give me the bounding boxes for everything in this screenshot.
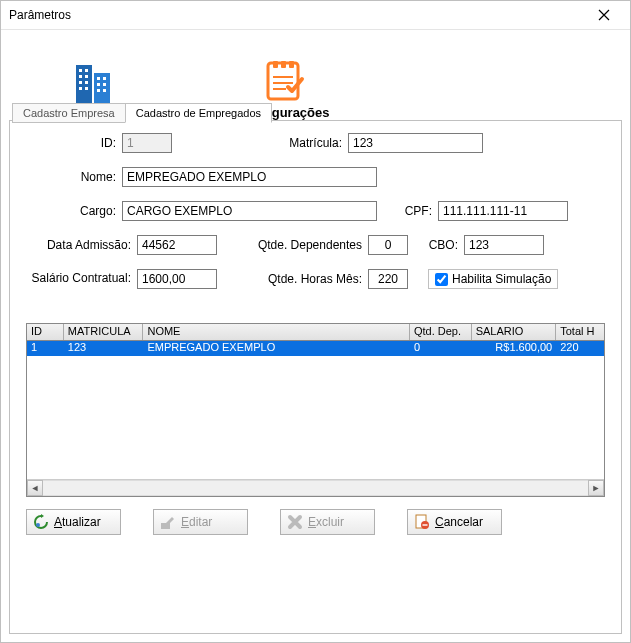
parametros-window: Parâmetros bbox=[0, 0, 631, 643]
label-cpf: CPF: bbox=[377, 204, 438, 218]
svg-rect-2 bbox=[79, 69, 82, 72]
svg-rect-9 bbox=[85, 87, 88, 90]
input-nome[interactable] bbox=[122, 167, 377, 187]
svg-rect-8 bbox=[79, 87, 82, 90]
editar-button[interactable]: Editar bbox=[153, 509, 248, 535]
cancelar-button[interactable]: Cancelar bbox=[407, 509, 502, 535]
svg-rect-15 bbox=[103, 89, 106, 92]
svg-rect-0 bbox=[76, 65, 92, 103]
cell-nome: EMPREGADO EXEMPLO bbox=[143, 341, 410, 356]
scroll-track[interactable] bbox=[43, 480, 588, 496]
input-horasmes[interactable] bbox=[368, 269, 408, 289]
excluir-key: E bbox=[308, 515, 316, 529]
svg-rect-11 bbox=[103, 77, 106, 80]
svg-rect-10 bbox=[97, 77, 100, 80]
svg-rect-4 bbox=[79, 75, 82, 78]
form-area: ID: Matrícula: Nome: Cargo: CPF: Data bbox=[10, 121, 621, 295]
col-nome[interactable]: NOME bbox=[143, 324, 410, 340]
svg-rect-16 bbox=[268, 63, 298, 99]
col-totalh[interactable]: Total H bbox=[556, 324, 604, 340]
input-cbo[interactable] bbox=[464, 235, 544, 255]
editar-text: ditar bbox=[189, 515, 212, 529]
editar-key: E bbox=[181, 515, 189, 529]
input-cargo[interactable] bbox=[122, 201, 377, 221]
delete-icon bbox=[287, 514, 303, 530]
label-salario: Salário Contratual: bbox=[26, 272, 137, 285]
excluir-button[interactable]: Excluir bbox=[280, 509, 375, 535]
grid-hscrollbar[interactable]: ◄ ► bbox=[27, 479, 604, 496]
label-nome: Nome: bbox=[26, 170, 122, 184]
svg-rect-1 bbox=[94, 73, 110, 103]
cell-salario: R$1.600,00 bbox=[472, 341, 557, 356]
svg-rect-19 bbox=[289, 61, 294, 68]
svg-rect-12 bbox=[97, 83, 100, 86]
excluir-text: xcluir bbox=[316, 515, 344, 529]
window-title: Parâmetros bbox=[9, 8, 71, 22]
svg-rect-3 bbox=[85, 69, 88, 72]
grid-body: 1 123 EMPREGADO EXEMPLO 0 R$1.600,00 220 bbox=[27, 341, 604, 479]
col-salario[interactable]: SALARIO bbox=[472, 324, 557, 340]
svg-rect-27 bbox=[423, 524, 428, 525]
checkbox-habilita-label: Habilita Simulação bbox=[452, 272, 551, 286]
svg-rect-7 bbox=[85, 81, 88, 84]
cancel-icon bbox=[414, 514, 430, 530]
col-matricula[interactable]: MATRICULA bbox=[64, 324, 144, 340]
input-cpf[interactable] bbox=[438, 201, 568, 221]
atualizar-key: A bbox=[54, 515, 62, 529]
svg-rect-5 bbox=[85, 75, 88, 78]
close-icon bbox=[598, 9, 610, 21]
main-panel: Cadastro Empresa Cadastro de Empregados … bbox=[9, 120, 622, 634]
label-admissao: Data Admissão: bbox=[26, 238, 137, 252]
buildings-icon bbox=[70, 57, 118, 103]
grid-header: ID MATRICULA NOME Qtd. Dep. SALARIO Tota… bbox=[27, 324, 604, 341]
cell-qtddep: 0 bbox=[410, 341, 472, 356]
svg-rect-18 bbox=[281, 61, 286, 68]
atualizar-text: tualizar bbox=[62, 515, 101, 529]
scroll-right-button[interactable]: ► bbox=[588, 480, 604, 496]
col-qtddep[interactable]: Qtd. Dep. bbox=[410, 324, 472, 340]
cancelar-text: ancelar bbox=[444, 515, 483, 529]
table-row[interactable]: 1 123 EMPREGADO EXEMPLO 0 R$1.600,00 220 bbox=[27, 341, 604, 356]
scroll-left-button[interactable]: ◄ bbox=[27, 480, 43, 496]
cell-id: 1 bbox=[27, 341, 64, 356]
svg-rect-6 bbox=[79, 81, 82, 84]
input-dependentes[interactable] bbox=[368, 235, 408, 255]
employees-grid[interactable]: ID MATRICULA NOME Qtd. Dep. SALARIO Tota… bbox=[26, 323, 605, 497]
action-bar: Atualizar Editar Excluir Cancelar bbox=[10, 497, 621, 535]
label-dependentes: Qtde. Dependentes bbox=[217, 238, 368, 252]
svg-rect-14 bbox=[97, 89, 100, 92]
svg-point-23 bbox=[36, 523, 40, 527]
atualizar-button[interactable]: Atualizar bbox=[26, 509, 121, 535]
svg-rect-13 bbox=[103, 83, 106, 86]
checkbox-habilita-simulacao[interactable]: Habilita Simulação bbox=[428, 269, 558, 289]
refresh-icon bbox=[33, 514, 49, 530]
checkbox-habilita-input[interactable] bbox=[435, 273, 448, 286]
content-area: Cadastros Configurações bbox=[1, 30, 630, 642]
svg-rect-17 bbox=[273, 61, 278, 68]
col-id[interactable]: ID bbox=[27, 324, 64, 340]
cell-matricula: 123 bbox=[64, 341, 144, 356]
label-cbo: CBO: bbox=[408, 238, 464, 252]
input-admissao[interactable] bbox=[137, 235, 217, 255]
close-button[interactable] bbox=[586, 3, 622, 27]
titlebar: Parâmetros bbox=[1, 1, 630, 30]
tab-cadastro-empregados[interactable]: Cadastro de Empregados bbox=[125, 103, 272, 123]
settings-sheet-icon bbox=[262, 57, 306, 103]
label-cargo: Cargo: bbox=[26, 204, 122, 218]
input-salario[interactable] bbox=[137, 269, 217, 289]
label-horasmes: Qtde. Horas Mês: bbox=[217, 272, 368, 286]
tab-cadastro-empresa[interactable]: Cadastro Empresa bbox=[12, 103, 126, 123]
edit-icon bbox=[160, 514, 176, 530]
cancelar-key: C bbox=[435, 515, 444, 529]
cell-totalh: 220 bbox=[556, 341, 604, 356]
